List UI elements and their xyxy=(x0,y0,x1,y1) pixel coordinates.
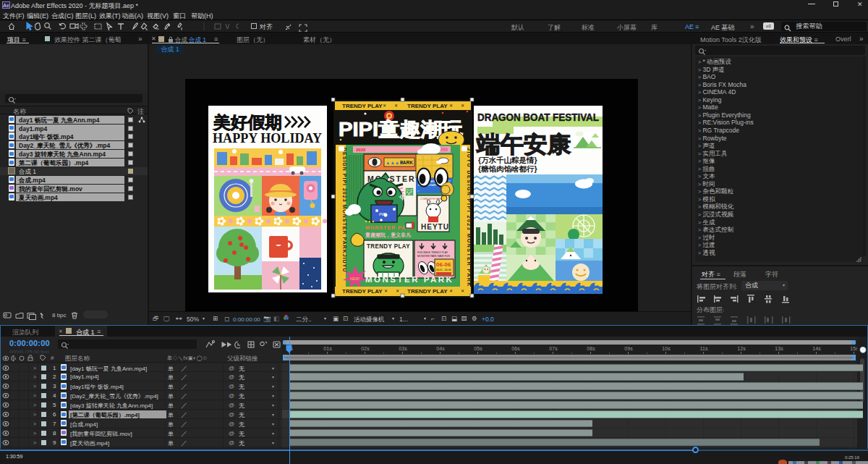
svg-text:DRAGON BOAT FESTIVAL: DRAGON BOAT FESTIVAL xyxy=(477,111,599,123)
svg-text:{万水千山粽是情}: {万水千山粽是情} xyxy=(478,156,537,164)
svg-text:美好假期: 美好假期 xyxy=(213,113,282,132)
svg-text:HAPPY HOLIDAY: HAPPY HOLIDAY xyxy=(213,130,322,145)
svg-text:{糖馅肉馅啥都行}: {糖馅肉馅啥都行} xyxy=(478,164,537,173)
svg-text:端午安康: 端午安康 xyxy=(476,132,571,157)
